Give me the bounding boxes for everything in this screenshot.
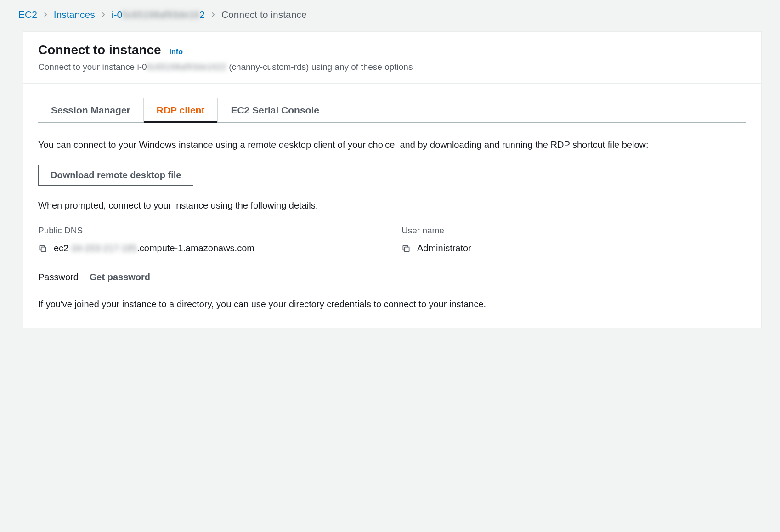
breadcrumb: EC2 Instances i-05c65198af93de162 Connec… — [18, 9, 762, 20]
directory-note: If you've joined your instance to a dire… — [38, 299, 746, 310]
connect-panel: Connect to instance Info Connect to your… — [23, 31, 762, 328]
breadcrumb-instance-id[interactable]: i-05c65198af93de162 — [112, 9, 205, 20]
svg-rect-1 — [405, 247, 409, 251]
download-rdp-button[interactable]: Download remote desktop file — [38, 165, 193, 186]
dns-prefix: ec2 — [54, 243, 68, 253]
public-dns-value: ec2-34-203-217-185.compute-1.amazonaws.c… — [54, 243, 254, 254]
svg-rect-0 — [41, 247, 46, 251]
public-dns-label: Public DNS — [38, 226, 383, 236]
chevron-right-icon — [210, 10, 216, 20]
subtitle-suffix: (channy-custom-rds) using any of these o… — [226, 62, 413, 72]
chevron-right-icon — [101, 10, 106, 20]
chevron-right-icon — [43, 10, 48, 20]
panel-header: Connect to instance Info Connect to your… — [23, 32, 761, 84]
tab-session-manager[interactable]: Session Manager — [38, 98, 144, 122]
copy-icon[interactable] — [38, 244, 47, 253]
page-title: Connect to instance — [38, 43, 161, 57]
user-name-value: Administrator — [417, 243, 471, 254]
panel-subtitle: Connect to your instance i-05c65198af93d… — [38, 62, 746, 72]
password-row: Password Get password — [38, 272, 746, 283]
get-password-link[interactable]: Get password — [90, 272, 150, 283]
connect-prompt: When prompted, connect to your instance … — [38, 200, 746, 211]
tab-serial-console[interactable]: EC2 Serial Console — [218, 98, 332, 122]
password-label: Password — [38, 272, 79, 283]
tab-rdp-client[interactable]: RDP client — [144, 98, 218, 122]
copy-icon[interactable] — [401, 244, 411, 253]
breadcrumb-ec2[interactable]: EC2 — [18, 9, 37, 20]
info-link[interactable]: Info — [170, 48, 183, 56]
user-name-col: User name Administrator — [401, 226, 746, 254]
public-dns-col: Public DNS ec2-34-203-217-185.compute-1.… — [38, 226, 383, 254]
breadcrumb-instances[interactable]: Instances — [54, 9, 95, 20]
dns-redacted: -34-203-217-185 — [68, 243, 137, 253]
instance-id-redacted: 5c65198af93de16 — [122, 9, 199, 20]
connection-details: Public DNS ec2-34-203-217-185.compute-1.… — [38, 226, 746, 254]
dns-suffix: .compute-1.amazonaws.com — [137, 243, 254, 253]
rdp-description: You can connect to your Windows instance… — [38, 137, 746, 152]
instance-id-suffix: 2 — [199, 9, 205, 20]
breadcrumb-current: Connect to instance — [221, 9, 307, 20]
user-name-label: User name — [401, 226, 746, 236]
instance-id-prefix: i-0 — [112, 9, 122, 20]
panel-body: Session Manager RDP client EC2 Serial Co… — [23, 84, 761, 328]
tabs: Session Manager RDP client EC2 Serial Co… — [38, 98, 746, 123]
subtitle-redacted: 5c65198af93de1622 — [147, 62, 226, 72]
subtitle-prefix: Connect to your instance i-0 — [38, 62, 147, 72]
